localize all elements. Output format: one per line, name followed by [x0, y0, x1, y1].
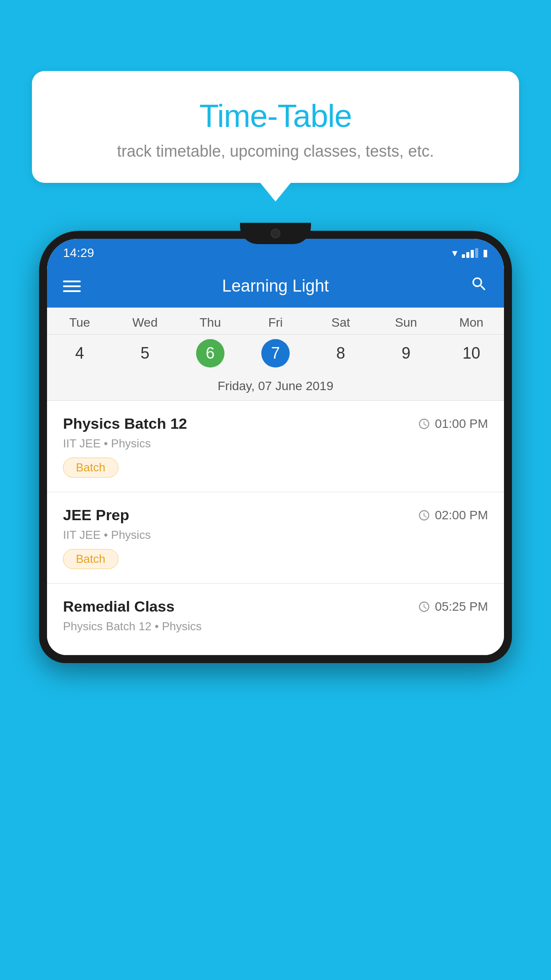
- date-8[interactable]: 8: [308, 339, 374, 368]
- day-thu: Thu: [177, 308, 243, 334]
- menu-button[interactable]: [63, 281, 81, 292]
- date-5[interactable]: 5: [112, 339, 177, 368]
- search-button[interactable]: [470, 275, 488, 297]
- item-2-time: 02:00 PM: [418, 508, 488, 522]
- calendar-strip: Tue Wed Thu Fri Sat Sun Mon 4 5: [47, 308, 504, 401]
- phone-notch: [240, 223, 311, 244]
- item-2-subtitle: IIT JEE • Physics: [63, 528, 488, 542]
- schedule-item-2[interactable]: JEE Prep 02:00 PM IIT JEE • Physics Batc…: [47, 492, 504, 584]
- clock-icon-1: [418, 418, 430, 430]
- app-title: Learning Light: [94, 277, 457, 296]
- bubble-subtitle: track timetable, upcoming classes, tests…: [54, 142, 497, 161]
- day-sat: Sat: [308, 308, 374, 334]
- item-3-time: 05:25 PM: [418, 600, 488, 614]
- days-header: Tue Wed Thu Fri Sat Sun Mon: [47, 308, 504, 335]
- wifi-icon: ▾: [452, 247, 457, 259]
- date-9[interactable]: 9: [374, 339, 439, 368]
- speech-bubble: Time-Table track timetable, upcoming cla…: [32, 71, 519, 183]
- schedule-list: Physics Batch 12 01:00 PM IIT JEE • Phys…: [47, 401, 504, 655]
- dates-row: 4 5 6 7 8 9: [47, 335, 504, 374]
- phone-screen: 14:29 ▾ ▮ Learning Light: [47, 239, 504, 655]
- day-fri: Fri: [243, 308, 308, 334]
- day-wed: Wed: [112, 308, 177, 334]
- item-2-title: JEE Prep: [63, 506, 129, 524]
- battery-icon: ▮: [483, 247, 488, 259]
- clock-icon-3: [418, 601, 430, 613]
- camera: [271, 229, 280, 238]
- schedule-item-3[interactable]: Remedial Class 05:25 PM Physics Batch 12…: [47, 584, 504, 655]
- date-7[interactable]: 7: [243, 339, 308, 368]
- clock-icon-2: [418, 509, 430, 522]
- item-3-subtitle: Physics Batch 12 • Physics: [63, 620, 488, 633]
- day-tue: Tue: [47, 308, 112, 334]
- bubble-title: Time-Table: [54, 98, 497, 134]
- day-sun: Sun: [374, 308, 439, 334]
- item-1-title: Physics Batch 12: [63, 415, 187, 432]
- app-bar: Learning Light: [47, 265, 504, 308]
- date-10[interactable]: 10: [439, 339, 504, 368]
- signal-icon: [462, 248, 478, 258]
- item-1-subtitle: IIT JEE • Physics: [63, 437, 488, 450]
- day-mon: Mon: [439, 308, 504, 334]
- status-time: 14:29: [63, 246, 94, 260]
- selected-date-label: Friday, 07 June 2019: [47, 374, 504, 401]
- status-icons: ▾ ▮: [452, 247, 488, 259]
- item-1-badge: Batch: [63, 458, 118, 478]
- date-6[interactable]: 6: [177, 339, 243, 368]
- schedule-item-1[interactable]: Physics Batch 12 01:00 PM IIT JEE • Phys…: [47, 401, 504, 492]
- phone-frame: 14:29 ▾ ▮ Learning Light: [39, 231, 512, 663]
- date-4[interactable]: 4: [47, 339, 112, 368]
- phone-wrapper: 14:29 ▾ ▮ Learning Light: [39, 231, 512, 980]
- item-3-title: Remedial Class: [63, 598, 174, 615]
- item-1-time: 01:00 PM: [418, 417, 488, 431]
- item-2-badge: Batch: [63, 549, 118, 569]
